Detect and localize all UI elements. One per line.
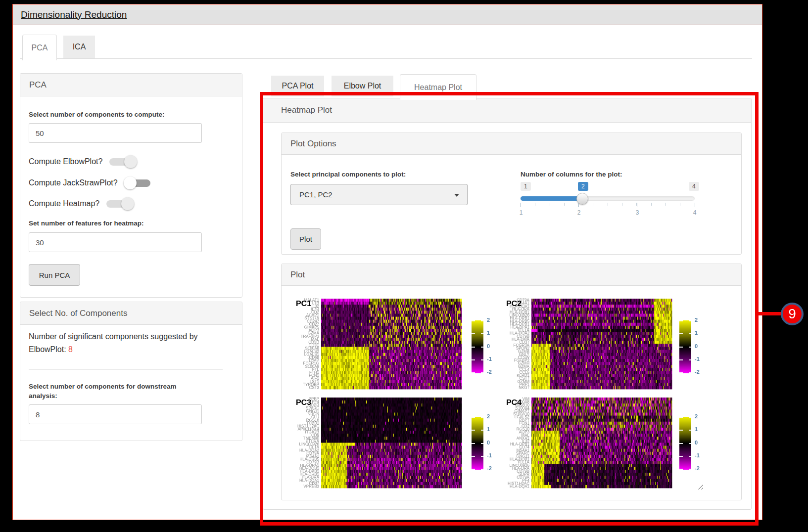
toggle-elbowplot-switch[interactable]	[109, 155, 136, 168]
app-window: Dimensionality Reduction PCA ICA PCA Sel…	[0, 0, 808, 532]
colorbar-tick-label: 2	[487, 317, 502, 323]
tab-elbow-plot[interactable]: Elbow Plot	[332, 76, 393, 96]
components-divider	[29, 369, 223, 370]
colorbar-tick-label: 2	[695, 413, 710, 419]
colorbar-tick	[472, 469, 475, 470]
annotation-connector-line	[758, 312, 782, 315]
colorbar-tick	[481, 417, 483, 418]
colorbar-tick	[472, 359, 475, 360]
slider-major-tick	[637, 203, 637, 207]
colorbar-pc2: 210-1-2	[679, 320, 691, 373]
columns-slider-label: Number of columns for the plot:	[521, 171, 622, 178]
colorbar-tick-label: -1	[487, 356, 502, 362]
colorbar-tick	[481, 469, 483, 470]
colorbar-tick-label: -2	[487, 465, 502, 471]
slider-tick-label: 4	[693, 209, 697, 216]
colorbar-tick-label: -2	[695, 369, 710, 375]
colorbar-tick	[472, 417, 475, 418]
colorbar-tick	[472, 430, 475, 431]
chevron-down-icon	[454, 194, 459, 197]
toggle-jackstrawplot-switch[interactable]	[125, 177, 151, 189]
downstream-components-label: Select number of components for downstre…	[29, 382, 192, 400]
slider-minor-ticks	[521, 203, 695, 206]
colorbar-tick	[679, 430, 683, 431]
pca-panel-header: PCA	[20, 74, 242, 96]
plot-options-title: Plot Options	[290, 139, 336, 149]
slider-major-tick	[578, 203, 579, 207]
colorbar-tick	[481, 443, 483, 444]
columns-slider-fill	[521, 196, 582, 201]
colorbar-tick	[689, 372, 691, 373]
colorbar-tick-label: 1	[487, 426, 502, 432]
colorbar-tick	[679, 359, 683, 360]
heatmap-pc1	[275, 294, 473, 393]
heatmap-plot-panel-header: Heatmap Plot	[263, 98, 751, 123]
plot-button[interactable]: Plot	[290, 228, 321, 250]
colorbar-tick	[679, 372, 683, 373]
toggle-elbowplot-label: Compute ElbowPlot?	[29, 157, 102, 166]
tab-ica[interactable]: ICA	[63, 36, 95, 58]
page-title[interactable]: Dimensionality Reduction	[21, 9, 127, 20]
toggle-heatmap-label: Compute Heatmap?	[29, 199, 99, 208]
colorbar-tick	[679, 417, 683, 418]
toggle-knob	[124, 155, 137, 168]
colorbar-tick	[689, 430, 691, 431]
heatmap-plot-panel-title: Heatmap Plot	[281, 105, 332, 115]
colorbar-tick	[481, 430, 483, 431]
toggle-row-jackstrawplot: Compute JackStrawPlot?	[29, 177, 151, 189]
colorbar-tick	[689, 320, 691, 321]
toggle-row-heatmap: Compute Heatmap?	[29, 197, 133, 210]
toggle-heatmap-switch[interactable]	[106, 197, 133, 210]
tab-heatmap-plot[interactable]: Heatmap Plot	[400, 74, 476, 100]
slider-major-tick	[521, 203, 521, 207]
components-count-input[interactable]: 50	[29, 123, 202, 143]
tab-pca-plot[interactable]: PCA Plot	[271, 76, 324, 96]
colorbar-tick	[679, 456, 683, 457]
pc-select-dropdown[interactable]: PC1, PC2	[290, 184, 468, 205]
colorbar-tick	[481, 333, 483, 334]
slider-tick-label: 2	[577, 209, 581, 216]
slider-major-tick	[695, 203, 695, 207]
downstream-components-input[interactable]: 8	[29, 404, 202, 424]
colorbar-tick	[481, 320, 483, 321]
colorbar-tick	[472, 372, 475, 373]
colorbar-tick	[689, 417, 691, 418]
colorbar-tick-label: 0	[695, 440, 710, 445]
heatmap-pc2	[485, 294, 683, 393]
colorbar-tick	[481, 456, 483, 457]
colorbar-tick-label: -2	[695, 465, 710, 471]
pca-panel-title: PCA	[29, 80, 47, 90]
colorbar-tick-label: 1	[695, 426, 710, 432]
colorbar-tick-label: 0	[487, 343, 502, 349]
colorbar-tick	[481, 372, 483, 373]
colorbar-tick-label: -1	[487, 452, 502, 458]
colorbar-tick	[679, 443, 683, 444]
run-pca-button[interactable]: Run PCA	[29, 264, 80, 286]
colorbar-tick-label: -2	[487, 369, 502, 375]
colorbar-pc1: 210-1-2	[472, 320, 483, 373]
colorbar-tick	[481, 347, 483, 348]
tab-pca[interactable]: PCA	[22, 35, 57, 60]
app-header: Dimensionality Reduction	[12, 4, 762, 25]
components-select-title: Select No. of Components	[29, 309, 127, 318]
colorbar-tick	[689, 469, 691, 470]
colorbar-tick	[689, 347, 691, 348]
colorbar-tick	[689, 456, 691, 457]
slider-value-badge: 2	[578, 182, 588, 191]
colorbar-tick	[472, 443, 475, 444]
toggle-row-elbowplot: Compute ElbowPlot?	[29, 155, 136, 168]
colorbar-tick	[679, 347, 683, 348]
plot-options-header: Plot Options	[282, 133, 741, 155]
colorbar-tick-label: 0	[695, 343, 710, 349]
slider-tick-label: 1	[520, 209, 523, 216]
colorbar-tick	[679, 469, 683, 470]
colorbar-tick-label: 2	[695, 317, 710, 323]
features-count-input[interactable]: 30	[29, 232, 202, 252]
main-tabrow-divider	[20, 58, 752, 59]
plot-output-title: Plot	[290, 270, 305, 280]
colorbar-tick-label: 1	[487, 330, 502, 336]
colorbar-tick	[472, 320, 475, 321]
suggested-components-text: Number of significant components suggest…	[29, 330, 227, 356]
heatmap-pc4	[485, 393, 683, 492]
colorbar-tick	[481, 359, 483, 360]
